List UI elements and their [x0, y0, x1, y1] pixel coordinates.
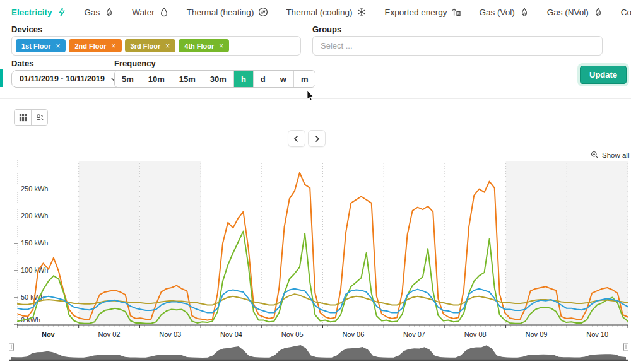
prev-button[interactable]: [288, 130, 305, 147]
navigator-handle-right[interactable]: [624, 343, 628, 351]
device-tag-label: 2nd Floor: [74, 42, 106, 50]
series-line-4th-floor: [18, 232, 628, 324]
gas-icon: [104, 7, 114, 17]
zoom-out-icon: [591, 151, 599, 159]
date-range-value: 01/11/2019 - 10/11/2019: [20, 74, 105, 83]
nav-item-label: Compressed air volume: [621, 8, 631, 17]
device-tag-label: 3rd Floor: [131, 42, 161, 50]
table-view-button[interactable]: [15, 110, 31, 125]
groups-input[interactable]: [317, 41, 598, 50]
nav-item-gas-vol-[interactable]: Gas (Vol): [479, 7, 529, 17]
y-tick-label: 0 kWh: [21, 316, 40, 324]
x-tick-label: Nov 03: [159, 331, 181, 338]
x-tick-label: Nov 06: [342, 331, 364, 338]
device-tag-label: 1st Floor: [21, 42, 50, 50]
chart-pager: [288, 130, 326, 147]
next-button[interactable]: [308, 130, 326, 147]
frequency-option-10m[interactable]: 10m: [141, 71, 172, 87]
device-tag-3rd-floor[interactable]: 3rd Floor×: [125, 39, 176, 52]
nav-item-gas-nvol-[interactable]: Gas (NVol): [547, 7, 603, 17]
y-tick-label: 150 kWh: [21, 239, 48, 247]
energy-type-nav: ElectricityGasWaterThermal (heating)Ther…: [11, 4, 631, 20]
nav-item-label: Thermal (cooling): [286, 8, 352, 17]
nav-item-label: Electricity: [11, 8, 52, 17]
nav-item-label: Water: [132, 8, 155, 17]
x-tick-label: Nov 10: [586, 331, 608, 338]
divider: [0, 98, 631, 99]
frequency-option-h[interactable]: h: [234, 71, 254, 87]
nav-item-gas[interactable]: Gas: [85, 7, 115, 17]
frequency-option-m[interactable]: m: [294, 71, 316, 87]
x-tick-label: Nov 05: [281, 331, 304, 338]
table-icon: [18, 113, 28, 122]
remove-tag-icon[interactable]: ×: [219, 42, 223, 50]
chevron-right-icon: [313, 135, 321, 143]
weekend-band: [506, 161, 567, 325]
nav-item-label: Gas: [85, 8, 100, 17]
groups-select[interactable]: [312, 36, 603, 56]
x-tick-label: Nov 07: [403, 331, 425, 338]
frequency-option-30m[interactable]: 30m: [203, 71, 234, 87]
nav-item-label: Gas (Vol): [479, 8, 514, 17]
remove-tag-icon[interactable]: ×: [165, 42, 170, 50]
nav-item-thermal-heating-[interactable]: Thermal (heating): [187, 7, 269, 17]
x-tick-label: Nov 02: [98, 331, 121, 338]
show-all-button[interactable]: Show all: [591, 151, 629, 159]
exported-energy-icon: [451, 7, 461, 17]
thermal-cooling-icon: [357, 7, 367, 17]
water-icon: [159, 7, 169, 17]
gas-nvol-icon: [593, 7, 603, 17]
series-line-2nd-floor: [18, 173, 628, 320]
y-tick-label: 50 kWh: [21, 293, 44, 301]
device-tag-4th-floor[interactable]: 4th Floor×: [179, 39, 229, 52]
nav-item-exported-energy[interactable]: Exported energy: [384, 7, 461, 17]
consumers-view-button[interactable]: [31, 110, 47, 125]
x-tick-label: Nov 09: [526, 331, 548, 338]
dates-label: Dates: [11, 59, 33, 68]
y-tick-label: 250 kWh: [21, 185, 48, 192]
nav-item-label: Gas (NVol): [547, 8, 589, 17]
accent-bar: [0, 69, 3, 87]
remove-tag-icon[interactable]: ×: [56, 42, 60, 50]
series-line-1st-floor: [18, 289, 628, 313]
devices-select[interactable]: 1st Floor×2nd Floor×3rd Floor×4th Floor×: [11, 36, 301, 56]
weekend-band: [79, 161, 140, 325]
nav-item-electricity[interactable]: Electricity: [11, 7, 67, 17]
nav-item-label: Exported energy: [384, 8, 447, 17]
nav-item-water[interactable]: Water: [132, 7, 169, 17]
navigator-area[interactable]: [11, 345, 626, 360]
consumers-icon: [35, 113, 44, 122]
x-tick-label: Nov 04: [220, 331, 242, 338]
series-line-3rd-floor: [18, 294, 628, 305]
weekend-band: [567, 161, 628, 325]
gas-vol-icon: [519, 7, 529, 17]
frequency-group: 5m10m15m30mhdwm: [114, 70, 316, 88]
date-range-select[interactable]: 01/11/2019 - 10/11/2019: [11, 70, 126, 88]
show-all-label: Show all: [602, 151, 629, 159]
groups-label: Groups: [312, 25, 341, 34]
devices-label: Devices: [11, 25, 42, 34]
navigator-handle-left[interactable]: [9, 343, 14, 351]
weekend-band: [139, 161, 201, 325]
device-tag-1st-floor[interactable]: 1st Floor×: [16, 39, 66, 52]
nav-item-thermal-cooling-[interactable]: Thermal (cooling): [286, 7, 367, 17]
update-button[interactable]: Update: [580, 66, 627, 84]
x-tick-label: Nov: [42, 331, 56, 338]
nav-item-compressed-air-volume[interactable]: Compressed air volume: [621, 7, 631, 17]
frequency-option-w[interactable]: w: [273, 71, 294, 87]
electricity-icon: [57, 7, 67, 17]
frequency-label: Frequency: [114, 59, 156, 68]
y-tick-label: 200 kWh: [21, 212, 48, 220]
device-tag-2nd-floor[interactable]: 2nd Floor×: [69, 39, 121, 52]
thermal-heating-icon: [258, 7, 268, 17]
x-tick-label: Nov 08: [464, 331, 487, 338]
device-tag-label: 4th Floor: [184, 42, 214, 50]
frequency-option-15m[interactable]: 15m: [172, 71, 203, 87]
remove-tag-icon[interactable]: ×: [112, 42, 116, 50]
frequency-option-d[interactable]: d: [254, 71, 273, 87]
y-tick-label: 100 kWh: [21, 266, 48, 274]
chevron-left-icon: [293, 135, 300, 143]
frequency-option-5m[interactable]: 5m: [115, 71, 141, 87]
view-toolbar: [14, 109, 48, 126]
nav-item-label: Thermal (heating): [187, 8, 254, 17]
